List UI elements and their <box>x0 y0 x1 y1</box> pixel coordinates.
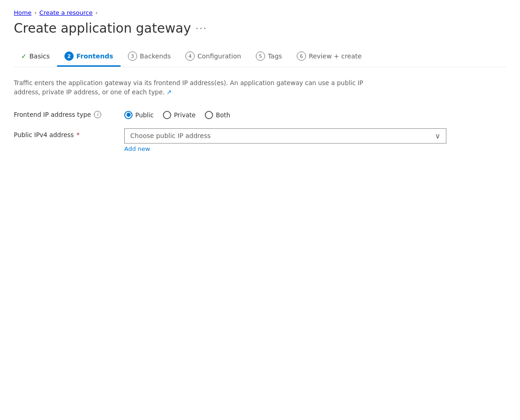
tab-backends-label: Backends <box>140 52 171 60</box>
ip-type-info-icon[interactable]: i <box>94 111 101 118</box>
tab-basics-label: Basics <box>29 52 50 60</box>
ipv4-label: Public IPv4 address * <box>14 128 115 138</box>
radio-private-label: Private <box>174 111 196 119</box>
ipv4-chevron-icon: ∨ <box>435 132 440 140</box>
breadcrumb-home[interactable]: Home <box>14 9 31 16</box>
ipv4-row: Public IPv4 address * Choose public IP a… <box>14 128 506 152</box>
radio-both-label: Both <box>216 111 230 119</box>
ip-type-row: Frontend IP address type i Public Privat… <box>14 108 506 119</box>
ip-type-private[interactable]: Private <box>163 111 196 119</box>
tab-tags-circle: 5 <box>256 52 265 61</box>
description-link[interactable]: ↗ <box>167 88 172 96</box>
radio-private-circle <box>163 111 171 119</box>
tab-tags-label: Tags <box>268 52 282 60</box>
ip-type-radio-group: Public Private Both <box>124 108 230 119</box>
frontends-description: Traffic enters the application gateway v… <box>14 78 373 97</box>
page-title: Create application gateway <box>14 21 191 36</box>
tab-backends[interactable]: 3 Backends <box>121 47 178 67</box>
tab-basics-check: ✓ <box>21 52 27 60</box>
breadcrumb: Home › Create a resource › <box>14 9 506 16</box>
ipv4-dropdown[interactable]: Choose public IP address ∨ <box>124 128 446 144</box>
radio-public-label: Public <box>135 111 154 119</box>
breadcrumb-create-resource[interactable]: Create a resource <box>40 9 93 16</box>
tab-review-label: Review + create <box>309 52 362 60</box>
page-title-dots[interactable]: ··· <box>196 23 207 34</box>
radio-public-circle <box>124 111 133 119</box>
tab-backends-circle: 3 <box>128 52 137 61</box>
ip-type-both[interactable]: Both <box>205 111 230 119</box>
tab-review-create[interactable]: 6 Review + create <box>289 47 369 67</box>
tab-basics[interactable]: ✓ Basics <box>14 48 57 66</box>
page-title-container: Create application gateway ··· <box>14 21 506 36</box>
tab-configuration-circle: 4 <box>185 52 195 61</box>
tab-configuration-label: Configuration <box>197 52 241 60</box>
radio-both-circle <box>205 111 213 119</box>
tab-frontends[interactable]: 2 Frontends <box>57 47 121 67</box>
tab-tags[interactable]: 5 Tags <box>248 47 289 67</box>
breadcrumb-sep2: › <box>95 9 98 16</box>
ipv4-field-wrapper: Choose public IP address ∨ Add new <box>124 128 446 152</box>
tab-configuration[interactable]: 4 Configuration <box>178 47 248 67</box>
ip-type-public[interactable]: Public <box>124 111 154 119</box>
tab-review-circle: 6 <box>297 52 306 61</box>
tab-frontends-label: Frontends <box>76 52 113 60</box>
ipv4-required-star: * <box>76 131 80 138</box>
ipv4-placeholder: Choose public IP address <box>130 132 211 139</box>
breadcrumb-sep1: › <box>34 9 36 16</box>
tab-frontends-circle: 2 <box>64 52 74 61</box>
ip-type-label: Frontend IP address type i <box>14 108 115 118</box>
wizard-tabs: ✓ Basics 2 Frontends 3 Backends 4 Config… <box>14 47 506 67</box>
add-new-link[interactable]: Add new <box>124 145 446 152</box>
